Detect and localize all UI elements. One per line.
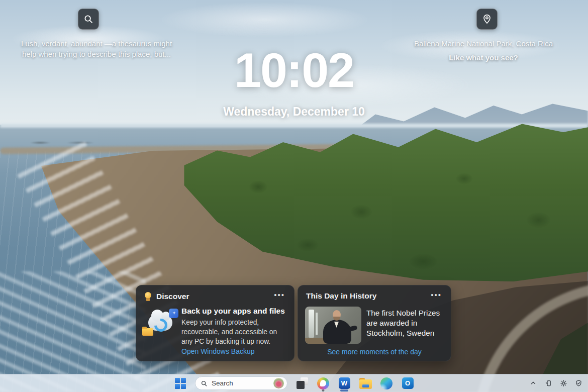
see-more-moments-link[interactable]: See more moments of the day (298, 348, 451, 356)
task-view-icon (297, 377, 308, 389)
windows-start-icon (175, 378, 186, 389)
discover-card-content: Back up your apps and files Keep your in… (181, 307, 289, 346)
active-indicator (340, 389, 348, 391)
discover-card: Discover ••• Back up your apps and files… (136, 285, 295, 361)
system-tray (529, 374, 583, 392)
discover-headline: Back up your apps and files (181, 307, 289, 316)
history-card-header: This Day in History (306, 291, 376, 301)
outlook-icon: O (402, 377, 414, 389)
edge-icon (380, 377, 393, 389)
clock-time: 10:02 (0, 42, 588, 99)
history-image (305, 307, 361, 344)
discover-card-menu-button[interactable]: ••• (272, 288, 287, 301)
security-tray-button[interactable] (574, 378, 583, 387)
show-hidden-icons-button[interactable] (529, 378, 538, 387)
gear-icon (560, 379, 567, 387)
history-card-title: This Day in History (306, 291, 376, 301)
search-highlight-thumbnail[interactable] (273, 378, 284, 388)
settings-tray-button[interactable] (559, 378, 568, 387)
lock-screen: Lush, verdant, abundant —a thesaurus mig… (0, 0, 588, 392)
phone-link-icon (545, 379, 552, 387)
taskbar-search-box[interactable]: Search (195, 376, 287, 390)
phone-link-tray-button[interactable] (544, 378, 553, 387)
outlook-button[interactable]: O (398, 374, 417, 392)
search-icon (201, 380, 208, 387)
search-icon (83, 14, 94, 25)
history-card-menu-button[interactable]: ••• (429, 288, 444, 301)
copilot-button[interactable] (314, 374, 333, 392)
chevron-up-icon (530, 379, 537, 386)
running-indicator (322, 389, 325, 391)
spotlight-fact-button[interactable] (78, 9, 99, 30)
history-headline: The first Nobel Prizes are awarded in St… (366, 308, 446, 338)
search-label: Search (212, 379, 273, 387)
lightbulb-icon (144, 291, 152, 302)
start-button[interactable] (171, 374, 190, 392)
discover-card-header: Discover (144, 291, 189, 302)
edge-button[interactable] (377, 374, 396, 392)
open-windows-backup-link[interactable]: Open Windows Backup (181, 347, 255, 355)
discover-body: Keep your info protected, recoverable, a… (181, 318, 289, 346)
history-card: This Day in History ••• The first Nobel … (298, 285, 451, 361)
windows-backup-icon (142, 309, 179, 340)
word-button[interactable]: W (335, 374, 354, 392)
word-icon: W (339, 377, 350, 389)
taskbar: Search W O (0, 374, 588, 392)
clock-date: Wednesday, December 10 (0, 105, 588, 119)
wallpaper-horizon (0, 124, 588, 128)
task-view-button[interactable] (292, 374, 312, 392)
file-explorer-button[interactable] (356, 374, 375, 392)
discover-card-title: Discover (156, 292, 189, 301)
file-explorer-icon (359, 379, 372, 389)
spotlight-location-button[interactable] (476, 9, 498, 30)
copilot-icon (317, 377, 329, 389)
location-pin-icon (481, 14, 493, 25)
shield-check-icon (575, 379, 582, 387)
